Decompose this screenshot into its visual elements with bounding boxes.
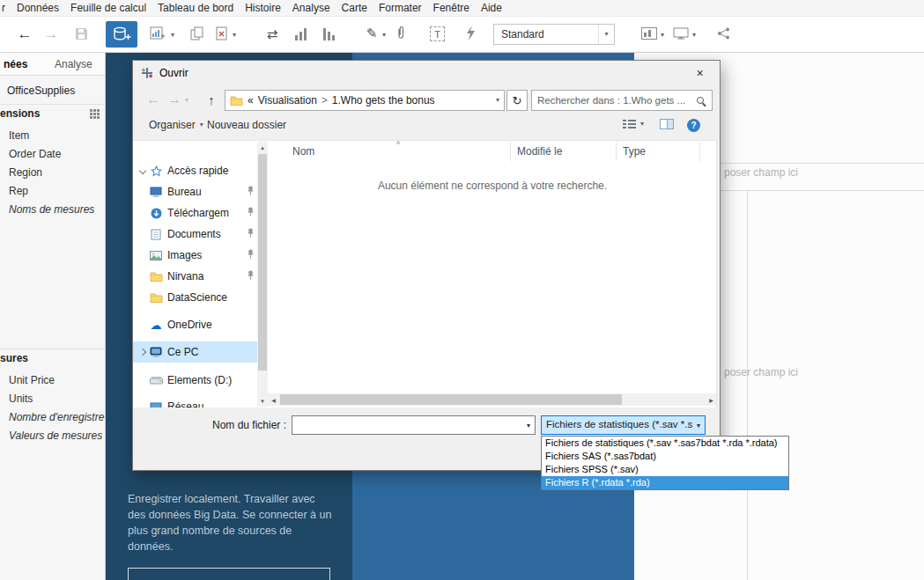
filename-input[interactable]: ▾ [292, 415, 536, 435]
filename-caret-icon[interactable]: ▾ [527, 422, 530, 429]
highlight-caret-icon[interactable]: ▾ [382, 32, 386, 39]
column-header-modified[interactable]: Modifié le [517, 145, 562, 158]
dimension-item-region[interactable]: Region [0, 164, 106, 182]
tree-item-images[interactable]: Images [133, 245, 257, 266]
new-datasource-button[interactable] [106, 21, 137, 48]
close-icon[interactable]: × [680, 61, 720, 85]
scroll-up-icon[interactable]: ▲ [257, 142, 268, 153]
back-button[interactable]: ← [144, 90, 163, 109]
undo-button[interactable]: ← [14, 24, 35, 45]
refresh-button[interactable]: ↻ [506, 90, 528, 111]
tree-item-nirvana[interactable]: Nirvana [133, 266, 257, 287]
run-update-button[interactable] [465, 26, 476, 40]
tree-scrollbar[interactable]: ▲ ▼ [257, 142, 268, 407]
filetype-option-r[interactable]: Fichiers R (*.rdata *.rda) [542, 476, 788, 489]
menu-item-analyse[interactable]: Analyse [292, 2, 330, 14]
view-selector-button[interactable]: ▾ [623, 119, 644, 129]
preview-pane-button[interactable] [660, 119, 674, 129]
tab-analyse[interactable]: Analyse [55, 58, 92, 70]
expander-chevron-icon[interactable] [138, 348, 148, 356]
fit-selector-caret-icon[interactable]: ▾ [598, 25, 614, 44]
menu-item-fenetre[interactable]: Fenêtre [433, 2, 469, 14]
expander-chevron-icon[interactable] [138, 166, 148, 175]
scrollbar-thumb[interactable] [258, 154, 267, 371]
new-folder-button[interactable]: Nouveau dossier [207, 119, 286, 131]
measure-item-measure-values[interactable]: Valeurs de mesures [0, 427, 106, 445]
scroll-left-icon[interactable]: ◀ [268, 393, 279, 406]
horizontal-scrollbar[interactable]: ◀ ▶ [268, 393, 717, 406]
menu-item-histoire[interactable]: Histoire [245, 2, 281, 14]
duplicate-sheet-button[interactable] [190, 26, 204, 40]
tab-donnees[interactable]: nées [4, 58, 27, 70]
up-button[interactable]: ↑ [202, 90, 221, 109]
filetype-option-sas[interactable]: Fichiers SAS (*.sas7bdat) [542, 450, 788, 463]
show-me-button[interactable] [641, 27, 657, 40]
presentation-button[interactable] [673, 27, 689, 40]
tree-item-quick-access[interactable]: Accès rapide [133, 160, 257, 181]
column-divider[interactable] [510, 143, 511, 161]
filetype-select[interactable]: Fichiers de statistiques (*.sav *.s ▾ [541, 415, 706, 435]
new-worksheet-button[interactable] [150, 26, 166, 40]
tree-item-onedrive[interactable]: ☁ OneDrive [133, 314, 257, 335]
measure-item-units[interactable]: Units [0, 390, 106, 408]
scroll-right-icon[interactable]: ▶ [706, 393, 717, 406]
paperclip-button[interactable] [396, 26, 405, 40]
menu-item-fichier-fragment[interactable]: r [2, 2, 5, 14]
new-worksheet-caret-icon[interactable]: ▾ [171, 32, 174, 39]
save-button[interactable] [74, 26, 89, 41]
column-divider[interactable] [616, 143, 617, 161]
presentation-caret-icon[interactable]: ▾ [692, 32, 696, 39]
menu-item-feuille-de-calcul[interactable]: Feuille de calcul [70, 2, 146, 14]
menu-item-aide[interactable]: Aide [481, 2, 502, 14]
address-bar[interactable]: « Visualisation > 1.Who gets the bonus ▾ [225, 90, 505, 111]
redo-button[interactable]: → [41, 24, 62, 45]
show-me-caret-icon[interactable]: ▾ [661, 32, 664, 39]
menu-item-formater[interactable]: Formater [379, 2, 422, 14]
dimension-item-order-date[interactable]: Order Date [0, 145, 106, 164]
menu-item-tableau-de-bord[interactable]: Tableau de bord [158, 2, 233, 14]
tree-item-datascience[interactable]: DataScience [133, 287, 257, 308]
dimension-item-item[interactable]: Item [0, 127, 106, 145]
measure-item-unit-price[interactable]: Unit Price [0, 371, 106, 390]
tree-item-network[interactable]: Réseau [133, 396, 257, 407]
fit-selector[interactable]: Standard ▾ [493, 24, 615, 45]
connect-pane-button[interactable] [128, 568, 330, 580]
scroll-down-icon[interactable]: ▼ [257, 395, 268, 407]
tree-item-desktop[interactable]: Bureau [133, 181, 257, 202]
clear-sheet-button[interactable] [215, 26, 229, 40]
spacer [138, 187, 148, 196]
forward-button[interactable]: → [165, 90, 184, 109]
menu-item-donnees[interactable]: Données [17, 2, 59, 14]
highlight-button[interactable]: ✎ [363, 24, 381, 43]
filetype-option-spss[interactable]: Fichiers SPSS (*.sav) [542, 463, 788, 476]
search-input[interactable]: Rechercher dans : 1.Who gets ... [531, 90, 713, 111]
help-button[interactable]: ? [687, 119, 700, 132]
share-button[interactable] [717, 27, 731, 40]
column-header-type[interactable]: Type [623, 145, 646, 158]
filetype-option-statistics[interactable]: Fichiers de statistiques (*.sav *.sas7bd… [542, 437, 788, 450]
dimension-item-rep[interactable]: Rep [0, 182, 106, 201]
column-divider[interactable] [699, 143, 700, 161]
tree-item-documents[interactable]: Documents [133, 224, 257, 245]
breadcrumb-current-folder[interactable]: 1.Who gets the bonus [332, 94, 435, 106]
sort-ascending-button[interactable] [294, 27, 307, 40]
tree-item-elements-drive[interactable]: Elements (D:) [133, 370, 257, 391]
history-caret-icon[interactable]: ▾ [185, 97, 188, 104]
clear-sheet-caret-icon[interactable]: ▾ [233, 32, 236, 39]
menu-item-carte[interactable]: Carte [342, 2, 367, 14]
address-caret-icon[interactable]: ▾ [496, 97, 499, 104]
dimension-item-measure-names[interactable]: Noms de mesures [0, 201, 106, 219]
breadcrumb-visualisation[interactable]: Visualisation [258, 94, 317, 106]
datasource-item[interactable]: OfficeSupplies [0, 81, 105, 102]
tree-item-downloads[interactable]: Téléchargem [133, 202, 257, 224]
filetype-caret-icon[interactable]: ▾ [697, 422, 700, 429]
scrollbar-thumb[interactable] [280, 394, 622, 405]
grid-icon[interactable] [90, 109, 100, 121]
sort-descending-button[interactable] [322, 27, 336, 40]
swap-axes-button[interactable]: ⇄ [262, 25, 282, 44]
text-label-button[interactable]: T [430, 26, 445, 41]
tree-item-this-pc[interactable]: Ce PC [133, 341, 257, 363]
organize-button[interactable]: Organiser ▾ [149, 119, 203, 131]
measure-item-number-of-records[interactable]: Nombre d'enregistre [0, 408, 106, 427]
column-header-name[interactable]: Nom [292, 145, 314, 158]
